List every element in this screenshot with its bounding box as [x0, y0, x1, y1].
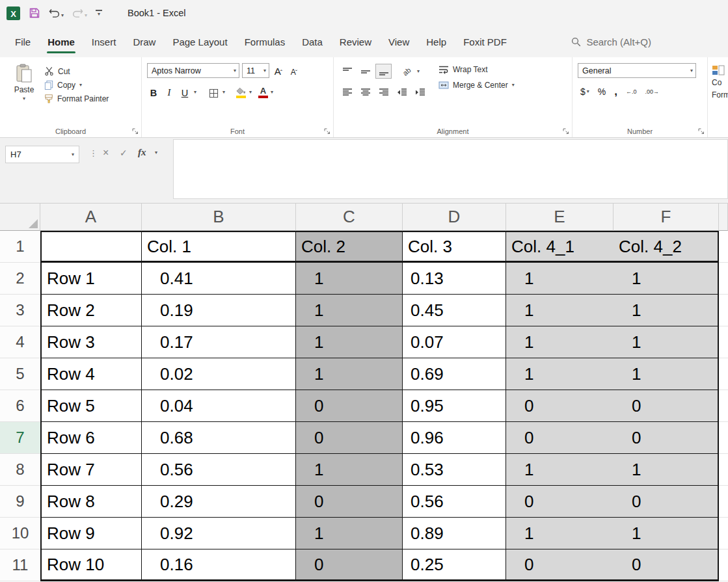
column-header-B[interactable]: B — [142, 204, 296, 231]
cell-C11[interactable]: 0 — [296, 549, 403, 581]
underline-dropdown-icon[interactable]: ▾ — [194, 90, 196, 95]
cell-D11[interactable]: 0.25 — [403, 549, 506, 581]
alignment-dialog-launcher-icon[interactable] — [563, 128, 569, 135]
cell-F4[interactable]: 1 — [613, 326, 719, 358]
cell-F2[interactable]: 1 — [613, 263, 719, 295]
cell-D9[interactable]: 0.56 — [403, 486, 506, 518]
cell-C9[interactable]: 0 — [296, 486, 403, 518]
cell-E7[interactable]: 0 — [506, 422, 613, 454]
borders-button[interactable] — [207, 85, 220, 99]
name-box[interactable]: H7 ▾ — [5, 146, 79, 163]
cell-F6[interactable]: 0 — [613, 390, 719, 422]
cell-A2[interactable]: Row 1 — [40, 263, 142, 295]
cell-D10[interactable]: 0.89 — [403, 518, 506, 549]
cell-B6[interactable]: 0.04 — [142, 390, 296, 422]
row-header-1[interactable]: 1 — [0, 231, 40, 263]
paste-dropdown-icon[interactable]: ▾ — [23, 96, 25, 101]
select-all-corner[interactable] — [0, 204, 40, 231]
cell-C2[interactable]: 1 — [296, 263, 403, 295]
cell-E10[interactable]: 1 — [506, 518, 613, 549]
cell-B8[interactable]: 0.56 — [142, 454, 296, 486]
tab-page-layout[interactable]: Page Layout — [164, 29, 236, 55]
cell-C1[interactable]: Col. 2 — [296, 231, 403, 263]
cell-E4[interactable]: 1 — [506, 326, 613, 358]
cell-C5[interactable]: 1 — [296, 358, 403, 390]
cell-C6[interactable]: 0 — [296, 390, 403, 422]
align-bottom-button[interactable] — [375, 64, 392, 79]
cell-F9[interactable]: 0 — [613, 486, 719, 518]
row-header-6[interactable]: 6 — [0, 390, 40, 422]
redo-dropdown-icon[interactable]: ▾ — [85, 13, 87, 18]
cell-B2[interactable]: 0.41 — [142, 263, 296, 295]
cell-G7[interactable] — [719, 422, 728, 454]
cell-E11[interactable]: 0 — [506, 549, 613, 581]
cell-F11[interactable]: 0 — [613, 549, 719, 581]
cut-button[interactable]: Cut — [44, 66, 109, 76]
merge-center-button[interactable]: Merge & Center ▾ — [438, 81, 515, 90]
cell-E6[interactable]: 0 — [506, 390, 613, 422]
tab-view[interactable]: View — [380, 29, 418, 55]
cell-B7[interactable]: 0.68 — [142, 422, 296, 454]
cell-G1[interactable] — [719, 231, 728, 263]
row-header-9[interactable]: 9 — [0, 486, 40, 518]
row-header-5[interactable]: 5 — [0, 358, 40, 390]
align-middle-button[interactable] — [357, 64, 373, 79]
cell-A1[interactable] — [40, 231, 142, 263]
orientation-button[interactable]: ab — [399, 64, 415, 79]
cell-D7[interactable]: 0.96 — [403, 422, 506, 454]
tab-help[interactable]: Help — [418, 29, 455, 55]
undo-button[interactable]: ▾ — [49, 8, 64, 18]
cell-B3[interactable]: 0.19 — [142, 295, 296, 326]
cell-G11[interactable] — [719, 549, 728, 581]
cell-C3[interactable]: 1 — [296, 295, 403, 326]
cell-A9[interactable]: Row 8 — [40, 486, 142, 518]
conditional-formatting-partial[interactable]: Co Form — [708, 57, 728, 137]
cell-A11[interactable]: Row 10 — [40, 549, 142, 581]
row-header-4[interactable]: 4 — [0, 326, 40, 358]
cell-A8[interactable]: Row 7 — [40, 454, 142, 486]
cell-D2[interactable]: 0.13 — [403, 263, 506, 295]
cell-C10[interactable]: 1 — [296, 518, 403, 549]
clipboard-dialog-launcher-icon[interactable] — [132, 128, 139, 135]
cell-D6[interactable]: 0.95 — [403, 390, 506, 422]
decrease-indent-button[interactable] — [394, 85, 410, 99]
save-icon[interactable] — [29, 7, 40, 19]
tab-draw[interactable]: Draw — [124, 29, 164, 55]
formula-bar-resize-handle[interactable]: ⋮ — [89, 148, 98, 158]
tab-foxit-pdf[interactable]: Foxit PDF — [455, 29, 515, 55]
enter-icon[interactable]: ✓ — [120, 148, 128, 158]
comma-style-button[interactable]: , — [614, 85, 617, 98]
tab-home[interactable]: Home — [39, 29, 83, 55]
merge-center-dropdown-icon[interactable]: ▾ — [512, 83, 515, 88]
number-format-select[interactable]: General ▾ — [578, 63, 696, 78]
cell-G3[interactable] — [719, 295, 728, 326]
column-header-C[interactable]: C — [296, 204, 403, 231]
cell-A4[interactable]: Row 3 — [40, 326, 142, 358]
font-color-dropdown-icon[interactable]: ▾ — [271, 90, 273, 95]
insert-function-icon[interactable]: fx — [138, 147, 146, 158]
cell-B9[interactable]: 0.29 — [142, 486, 296, 518]
cell-G4[interactable] — [719, 326, 728, 358]
fill-color-button[interactable] — [236, 87, 247, 98]
formula-dropdown-icon[interactable]: ▾ — [155, 150, 157, 155]
column-header-E[interactable]: E — [506, 204, 613, 231]
percent-style-button[interactable]: % — [598, 86, 606, 97]
customize-qat-icon[interactable]: ▾ — [96, 10, 102, 17]
wrap-text-button[interactable]: Wrap Text — [438, 65, 515, 74]
cell-E1[interactable]: Col. 4_1 — [506, 231, 613, 263]
column-header-A[interactable]: A — [40, 204, 142, 231]
cell-B4[interactable]: 0.17 — [142, 326, 296, 358]
cell-F7[interactable]: 0 — [613, 422, 719, 454]
tab-file[interactable]: File — [7, 29, 39, 55]
underline-button[interactable]: U — [178, 85, 191, 99]
increase-font-size-button[interactable]: Aˆ — [272, 64, 285, 78]
cell-F5[interactable]: 1 — [613, 358, 719, 390]
align-left-button[interactable] — [339, 85, 355, 99]
row-header-8[interactable]: 8 — [0, 454, 40, 486]
cell-F10[interactable]: 1 — [613, 518, 719, 549]
increase-indent-button[interactable] — [412, 85, 428, 99]
cell-F8[interactable]: 1 — [613, 454, 719, 486]
cell-A10[interactable]: Row 9 — [40, 518, 142, 549]
cell-E5[interactable]: 1 — [506, 358, 613, 390]
cell-G8[interactable] — [719, 454, 728, 486]
